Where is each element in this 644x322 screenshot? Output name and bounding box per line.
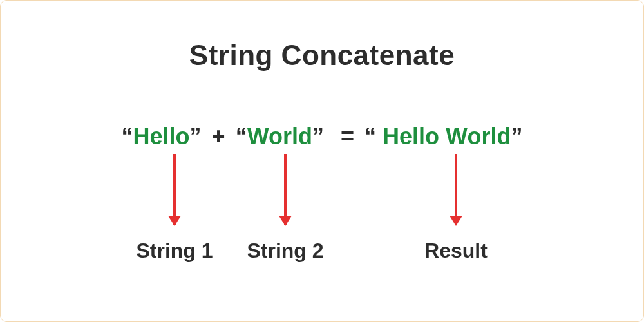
- quote-close-1: ”: [190, 123, 202, 149]
- quote-close-2: ”: [312, 123, 324, 149]
- label-string-2: String 2: [247, 239, 323, 263]
- arrow-result: [455, 154, 457, 225]
- quote-close-3: ”: [511, 123, 522, 149]
- result-leading-space: [376, 123, 383, 149]
- diagram-stage: String Concatenate “Hello” + “World” = “…: [0, 0, 644, 322]
- arrow-string-1: [173, 154, 176, 225]
- arrow-string-2: [284, 154, 287, 225]
- equals-operator: =: [337, 123, 358, 149]
- quote-open-3: “: [365, 123, 376, 149]
- diagram-title: String Concatenate: [1, 39, 643, 71]
- label-result: Result: [424, 239, 488, 263]
- concatenation-expression: “Hello” + “World” = “ Hello World”: [1, 123, 643, 150]
- string-2-value: World: [247, 123, 312, 149]
- plus-operator: +: [208, 123, 229, 149]
- quote-open-2: “: [236, 123, 247, 149]
- quote-open-1: “: [122, 123, 133, 149]
- label-string-1: String 1: [136, 239, 213, 263]
- labels-row: String 1 String 2 Result: [1, 239, 643, 265]
- string-1-value: Hello: [133, 123, 190, 149]
- result-value: Hello World: [383, 123, 511, 149]
